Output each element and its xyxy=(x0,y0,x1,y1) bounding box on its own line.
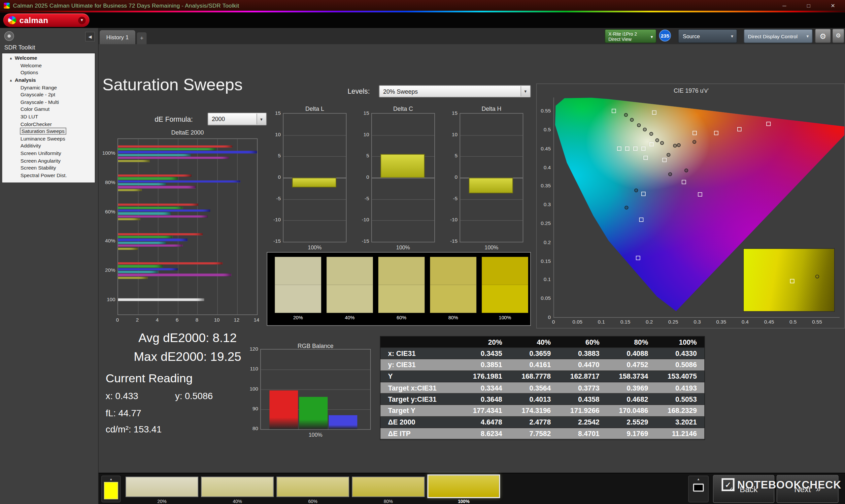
sidebar-item-screen-stability-15[interactable]: Screen Stability xyxy=(2,164,95,172)
table-cell: 0.3883 xyxy=(559,349,607,357)
sidebar-item-screen-angularity-14[interactable]: Screen Angularity xyxy=(2,157,95,164)
cie-ytick: 0.45 xyxy=(537,145,550,151)
level-swatch-40[interactable] xyxy=(201,476,274,497)
add-tab-button[interactable]: + xyxy=(137,32,146,44)
table-cell: 0.3969 xyxy=(607,384,655,392)
cie-xtick: 0.2 xyxy=(642,319,657,325)
toolkit-title: SDR Toolkit xyxy=(4,44,35,51)
sidebar-item-luminance-sweeps-11[interactable]: Luminance Sweeps xyxy=(2,135,95,142)
rgb-xlabel: 100% xyxy=(261,432,371,438)
delta-l-title: Delta L xyxy=(283,106,347,112)
level-swatch-100[interactable] xyxy=(427,474,500,498)
main-content: Saturation Sweeps dE Formula: 2000 ▼ Lev… xyxy=(99,44,845,473)
deltae-xtick: 8 xyxy=(191,317,203,323)
sidebar-item-welcome-0[interactable]: ▲Welcome xyxy=(2,54,95,62)
grid-line xyxy=(460,156,523,157)
next-button[interactable]: Next » xyxy=(777,475,839,503)
grid-line xyxy=(460,220,523,221)
cie-target-point xyxy=(692,131,697,135)
meter-line1: X-Rite i1Pro 2 xyxy=(608,31,656,37)
cie-target-point xyxy=(641,146,646,151)
sidebar-collapse-button[interactable]: ◀ xyxy=(85,32,95,41)
table-cell: 2.4778 xyxy=(510,418,558,426)
swatch-label: 80% xyxy=(430,315,476,320)
cie-target-point xyxy=(737,127,741,132)
sidebar-item-welcome-1[interactable]: Welcome xyxy=(2,62,95,69)
maximize-button[interactable]: □ xyxy=(796,0,821,11)
deltae-bar xyxy=(118,242,166,244)
deltae-bar xyxy=(118,274,231,276)
delta-ytick: 10 xyxy=(355,131,369,137)
table-cell: 0.4193 xyxy=(655,384,704,392)
display-control-dropdown[interactable]: Direct Display Control ▼ xyxy=(744,29,813,43)
sidebar-item-saturation-sweeps-10[interactable]: Saturation Sweeps xyxy=(2,128,95,135)
expander-icon[interactable]: ▲ xyxy=(9,56,13,60)
current-patch-color xyxy=(104,482,118,499)
sidebar-item-colorchecker-9[interactable]: ColorChecker xyxy=(2,120,95,128)
sidebar-item-screen-uniformity-13[interactable]: Screen Uniformity xyxy=(2,149,95,157)
grid-line xyxy=(284,199,346,200)
tab-history-1[interactable]: History 1 xyxy=(100,30,135,44)
sidebar-item-grayscale-2pt-5[interactable]: Grayscale - 2pt xyxy=(2,91,95,98)
tree-item-label: Screen Uniformity xyxy=(20,150,61,156)
deltae-bar xyxy=(118,265,163,268)
grid-line xyxy=(197,139,198,314)
sidebar-item-options-2[interactable]: Options xyxy=(2,69,95,76)
current-reading-y: y: 0.5086 xyxy=(175,391,213,402)
level-swatch-20[interactable] xyxy=(125,476,198,497)
swatch-target xyxy=(430,285,476,313)
grid-line xyxy=(284,156,346,157)
sidebar-item-grayscale-multi-6[interactable]: Grayscale - Multi xyxy=(2,98,95,106)
table-cell: 0.4682 xyxy=(607,395,655,403)
display-pattern-button[interactable]: ▲ xyxy=(688,475,709,503)
deltae-bar xyxy=(118,245,183,247)
table-cell: 2.2542 xyxy=(559,418,607,426)
cie-target-point xyxy=(663,158,667,162)
meter-dropdown[interactable]: X-Rite i1Pro 2 Direct View ▼ xyxy=(605,29,656,43)
cie-target-point xyxy=(617,146,621,151)
back-button[interactable]: « Back xyxy=(713,475,774,503)
sidebar-item-spectral-power-dist-16[interactable]: Spectral Power Dist. xyxy=(2,172,95,179)
swatch-target xyxy=(378,285,424,313)
workflow-home-button[interactable] xyxy=(4,31,14,41)
grid-line xyxy=(372,178,434,178)
deltae-bar xyxy=(118,262,223,265)
level-swatch-80[interactable] xyxy=(352,476,424,497)
de-formula-dropdown[interactable]: 2000 ▼ xyxy=(208,112,267,125)
cie-target-point xyxy=(643,156,648,160)
levels-dropdown[interactable]: 20% Sweeps ▼ xyxy=(379,85,531,97)
calman-logo-button[interactable]: calman ▾ xyxy=(3,14,89,27)
deltae-plot xyxy=(118,139,258,315)
app-icon xyxy=(4,2,10,8)
swatch-target xyxy=(327,285,373,313)
level-swatch-60[interactable] xyxy=(277,476,349,497)
tree-item-label: 3D LUT xyxy=(20,114,38,120)
delta-h-plot xyxy=(460,113,524,242)
table-cell: 11.2146 xyxy=(655,430,704,437)
cie-xtick: 0.25 xyxy=(666,319,681,325)
calman-star-icon xyxy=(8,16,16,24)
deltae-bar xyxy=(118,151,257,154)
cie-x-axis xyxy=(553,317,840,318)
settings-gear-button[interactable]: ⚙ xyxy=(815,29,831,43)
sidebar-item-additivity-12[interactable]: Additivity xyxy=(2,142,95,149)
sidebar-item-dynamic-range-4[interactable]: Dynamic Range xyxy=(2,84,95,91)
expander-icon[interactable]: ▲ xyxy=(9,78,13,82)
level-swatch-label: 20% xyxy=(125,499,198,504)
sidebar-item-color-gamut-7[interactable]: Color Gamut xyxy=(2,106,95,113)
current-patch-button[interactable]: ▲ xyxy=(101,475,121,503)
close-button[interactable]: ✕ xyxy=(821,0,845,11)
saturation-swatch-100 xyxy=(482,257,528,313)
level-swatch-label: 40% xyxy=(201,499,274,504)
tree-item-label: Welcome xyxy=(15,55,37,61)
sidebar-item-3d-lut-8[interactable]: 3D LUT xyxy=(2,113,95,120)
minimize-button[interactable]: ─ xyxy=(772,0,796,11)
table-header-cell: 20% xyxy=(461,338,510,346)
rgb-ytick: 100 xyxy=(241,385,258,392)
source-dropdown[interactable]: Source ▼ xyxy=(678,29,737,43)
sidebar-item-analysis-3[interactable]: ▲Analysis xyxy=(2,76,95,84)
grid-line xyxy=(138,139,139,314)
options-gear-button[interactable]: ⚙ xyxy=(832,29,845,43)
sidebar-tree: ▲WelcomeWelcomeOptions▲AnalysisDynamic R… xyxy=(2,53,95,183)
tree-item-label: Analysis xyxy=(15,77,36,83)
